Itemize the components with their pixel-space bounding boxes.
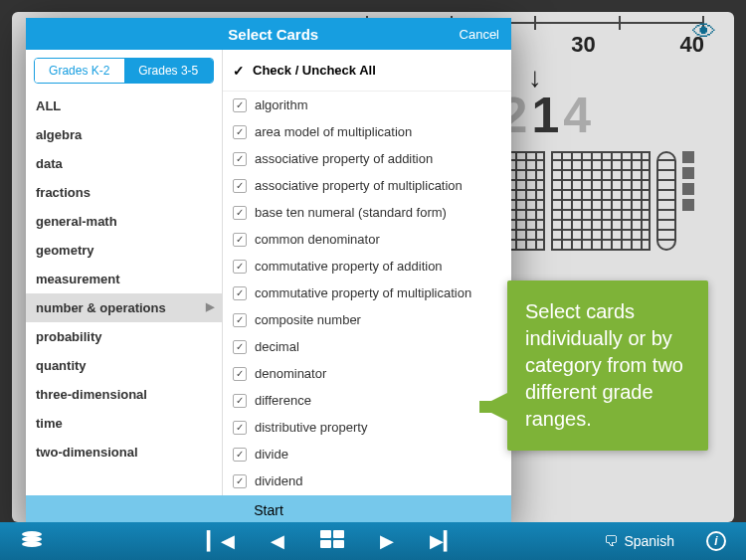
modal-header: Select Cards Cancel — [26, 18, 511, 50]
category-item[interactable]: algebra — [26, 120, 222, 149]
checkbox-icon[interactable]: ✓ — [233, 125, 247, 139]
category-list: ALLalgebradatafractionsgeneral-mathgeome… — [26, 92, 222, 495]
info-icon[interactable]: i — [706, 531, 726, 551]
term-item[interactable]: ✓dividend — [223, 467, 511, 494]
grade-segment-1[interactable]: Grades 3-5 — [124, 59, 214, 83]
stage: 0203040 ↓ 👁 214 Select Cards Cancel Grad… — [12, 12, 734, 522]
term-label: algorithm — [255, 97, 307, 112]
checkbox-icon[interactable]: ✓ — [233, 98, 247, 112]
checkbox-icon[interactable]: ✓ — [233, 206, 247, 220]
start-button[interactable]: Start — [26, 495, 511, 525]
term-item[interactable]: ✓common denominator — [223, 226, 511, 253]
checkbox-icon[interactable]: ✓ — [233, 421, 247, 435]
category-column: Grades K-2Grades 3-5 ALLalgebradatafract… — [26, 50, 223, 495]
term-item[interactable]: ✓difference — [223, 387, 511, 414]
prev-button[interactable]: ◀ — [271, 530, 284, 552]
help-callout: Select cards individually or by category… — [507, 280, 708, 451]
grade-segment-control: Grades K-2Grades 3-5 — [34, 58, 214, 84]
term-item[interactable]: ✓composite number — [223, 306, 511, 333]
select-cards-modal: Select Cards Cancel Grades K-2Grades 3-5… — [26, 18, 511, 525]
terms-column: ✓ Check / Uncheck All ✓algorithm✓area mo… — [223, 50, 511, 495]
term-item[interactable]: ✓base ten numeral (standard form) — [223, 199, 511, 226]
category-item[interactable]: time — [26, 409, 222, 438]
svg-point-2 — [22, 541, 42, 547]
term-label: denominator — [255, 366, 326, 381]
cancel-button[interactable]: Cancel — [460, 27, 499, 42]
term-label: commutative property of addition — [255, 259, 443, 274]
term-item[interactable]: ✓associative property of addition — [223, 145, 511, 172]
modal-title: Select Cards — [88, 26, 460, 43]
term-item[interactable]: ✓commutative property of multiplication — [223, 280, 511, 306]
term-label: decimal — [255, 339, 299, 354]
check-all-toggle[interactable]: ✓ Check / Uncheck All — [223, 50, 511, 92]
category-item[interactable]: quantity — [26, 351, 222, 380]
term-label: associative property of multiplication — [255, 178, 463, 193]
category-item[interactable]: general-math — [26, 207, 222, 236]
term-label: difference — [255, 393, 311, 408]
term-item[interactable]: ✓area model of multiplication — [223, 118, 511, 145]
checkbox-icon[interactable]: ✓ — [233, 233, 247, 247]
place-value-number: 214 — [500, 87, 595, 144]
checkmark-icon: ✓ — [233, 63, 245, 79]
grid-button[interactable] — [320, 530, 344, 552]
checkbox-icon[interactable]: ✓ — [233, 474, 247, 488]
term-item[interactable]: ✓denominator — [223, 360, 511, 387]
term-item[interactable]: ✓algorithm — [223, 92, 511, 118]
category-item[interactable]: three-dimensional — [26, 380, 222, 409]
term-label: associative property of addition — [255, 151, 433, 166]
reveal-eye-icon[interactable]: 👁 — [692, 18, 716, 46]
checkbox-icon[interactable]: ✓ — [233, 367, 247, 381]
checkbox-icon[interactable]: ✓ — [233, 286, 247, 300]
checkbox-icon[interactable]: ✓ — [233, 260, 247, 274]
category-item[interactable]: probability — [26, 322, 222, 351]
first-button[interactable]: ▎◀ — [207, 530, 235, 552]
term-item[interactable]: ✓commutative property of addition — [223, 253, 511, 280]
term-item[interactable]: ✓distributive property — [223, 414, 511, 441]
term-label: distributive property — [255, 420, 367, 435]
checkbox-icon[interactable]: ✓ — [233, 340, 247, 354]
term-item[interactable]: ✓decimal — [223, 333, 511, 360]
deck-icon[interactable] — [20, 528, 60, 554]
term-label: composite number — [255, 312, 361, 327]
term-list: ✓algorithm✓area model of multiplication✓… — [223, 92, 511, 495]
term-item[interactable]: ✓divide — [223, 441, 511, 467]
next-button[interactable]: ▶ — [380, 530, 394, 552]
grade-segment-0[interactable]: Grades K-2 — [35, 59, 124, 83]
language-toggle[interactable]: 🗨 Spanish — [604, 533, 674, 549]
term-label: commutative property of multiplication — [255, 285, 471, 300]
term-label: divide — [255, 447, 288, 462]
category-item[interactable]: two-dimensional — [26, 438, 222, 467]
term-label: common denominator — [255, 232, 380, 247]
checkbox-icon[interactable]: ✓ — [233, 448, 247, 462]
checkbox-icon[interactable]: ✓ — [233, 313, 247, 327]
category-item[interactable]: ALL — [26, 92, 222, 120]
category-item[interactable]: fractions — [26, 178, 222, 207]
term-label: dividend — [255, 473, 302, 488]
bottom-toolbar: ▎◀ ◀ ▶ ▶▎ 🗨 Spanish i — [0, 522, 746, 560]
term-item[interactable]: ✓associative property of multiplication — [223, 172, 511, 199]
category-item[interactable]: geometry — [26, 236, 222, 265]
speech-icon: 🗨 — [604, 533, 618, 549]
number-line-label: 30 — [571, 32, 595, 58]
category-item[interactable]: data — [26, 149, 222, 178]
category-item[interactable]: measurement — [26, 265, 222, 293]
checkbox-icon[interactable]: ✓ — [233, 179, 247, 193]
term-label: base ten numeral (standard form) — [255, 205, 447, 220]
category-item[interactable]: number & operations — [26, 293, 222, 322]
last-button[interactable]: ▶▎ — [430, 530, 458, 552]
callout-arrow-icon — [479, 393, 507, 421]
term-label: area model of multiplication — [255, 124, 412, 139]
checkbox-icon[interactable]: ✓ — [233, 152, 247, 166]
checkbox-icon[interactable]: ✓ — [233, 394, 247, 408]
